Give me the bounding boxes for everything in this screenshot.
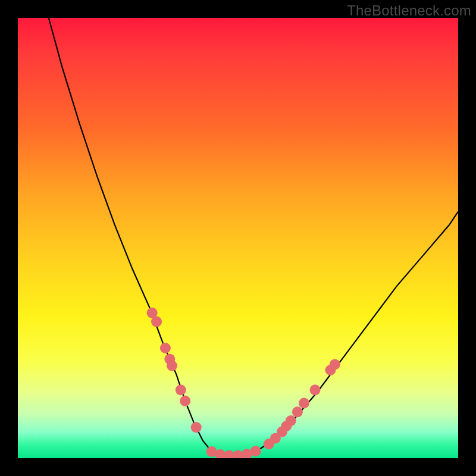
curve-markers <box>147 308 340 458</box>
curve-marker <box>286 415 296 426</box>
curve-marker <box>180 396 190 406</box>
curve-marker <box>151 317 162 327</box>
curve-marker <box>191 422 202 433</box>
curve-marker <box>160 343 171 353</box>
curve-marker <box>299 398 309 409</box>
chart-frame: TheBottleneck.com <box>0 0 476 476</box>
watermark-text: TheBottleneck.com <box>347 2 471 19</box>
curve-marker <box>310 384 321 395</box>
plot-area <box>18 18 458 458</box>
curve-marker <box>167 361 177 371</box>
bottleneck-curve <box>49 18 458 456</box>
curve-marker <box>250 446 261 456</box>
curve-marker <box>176 384 186 395</box>
curve-layer <box>18 18 458 458</box>
curve-marker <box>292 406 303 417</box>
curve-marker <box>330 359 340 369</box>
